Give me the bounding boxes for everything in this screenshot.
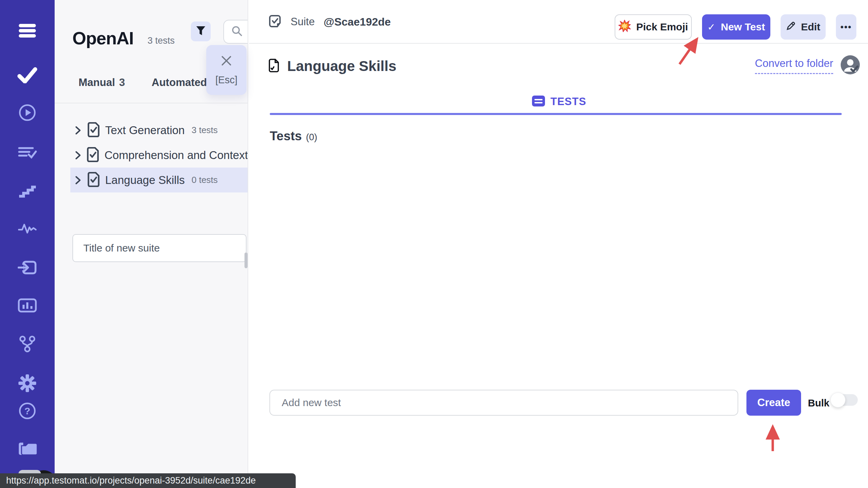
filter-button[interactable] [191, 21, 211, 41]
check-icon: ✓ [708, 21, 715, 33]
test-runs-icon[interactable] [18, 143, 37, 161]
suite-doc-icon [87, 172, 100, 188]
panel-scrollbar[interactable] [244, 253, 248, 268]
pick-emoji-button[interactable]: Pick Emoji [615, 14, 692, 40]
new-test-button[interactable]: ✓ New Test [702, 14, 770, 40]
pencil-icon [786, 21, 796, 33]
filter-icon [196, 26, 206, 37]
project-title: OpenAI [72, 28, 134, 48]
check-icon[interactable] [17, 67, 37, 83]
suite-doc-icon [87, 122, 100, 139]
chevron-right-icon[interactable] [74, 175, 82, 185]
suite-label: Suite [291, 16, 315, 28]
suite-count: 3 tests [190, 125, 218, 135]
tree-row-text-generation[interactable]: Text Generation 3 tests [55, 118, 248, 143]
new-suite-title-input[interactable] [72, 234, 247, 262]
report-icon[interactable] [18, 297, 37, 314]
browser-status-bar: https://app.testomat.io/projects/openai-… [0, 473, 296, 488]
suite-count: 0 tests [190, 175, 218, 185]
suite-detail: Suite @Scae192de Pick Emoji ✓ New Test E… [249, 0, 868, 488]
document-check-icon [269, 59, 279, 74]
tab-manual[interactable]: Manual 3 [79, 76, 125, 89]
tab-automated[interactable]: Automated [152, 76, 207, 89]
toggle-knob[interactable] [830, 392, 845, 407]
pick-emoji-label: Pick Emoji [636, 21, 688, 33]
pulse-icon[interactable] [18, 220, 37, 238]
tab-automated-label: Automated [152, 76, 207, 89]
search-input[interactable] [223, 20, 248, 44]
ellipsis-icon: ••• [840, 22, 852, 32]
panel-tabs: Manual 3 Automated [79, 76, 207, 89]
suite-header: Suite @Scae192de Pick Emoji ✓ New Test E… [249, 0, 868, 44]
edit-label: Edit [801, 21, 821, 33]
close-icon[interactable] [220, 55, 233, 68]
chevron-right-icon[interactable] [74, 150, 81, 160]
user-check-avatar-icon[interactable] [841, 55, 860, 76]
settings-icon[interactable] [18, 374, 37, 392]
tab-manual-count: 3 [119, 76, 125, 89]
suite-name: Text Generation [105, 124, 185, 137]
primary-sidebar: ? [0, 0, 55, 488]
branch-icon[interactable] [18, 335, 37, 353]
chevron-right-icon[interactable] [74, 125, 82, 135]
tree-row-comprehension[interactable]: Comprehension and Context [55, 143, 248, 168]
convert-to-folder-link[interactable]: Convert to folder [755, 57, 833, 74]
bulk-toggle[interactable] [832, 394, 858, 406]
tests-count-badge: (0) [306, 132, 317, 143]
create-label: Create [757, 397, 790, 409]
add-new-test-input[interactable] [269, 390, 738, 416]
suite-name: Language Skills [105, 174, 185, 187]
steps-icon[interactable] [18, 182, 37, 200]
tests-heading: Tests [270, 129, 302, 143]
suite-tree: Text Generation 3 tests Comprehension an… [55, 118, 248, 192]
edit-button[interactable]: Edit [781, 14, 826, 40]
create-button[interactable]: Create [746, 390, 801, 416]
page-title: Language Skills [287, 58, 396, 74]
bulk-label: Bulk [808, 398, 829, 409]
sign-in-icon[interactable] [18, 259, 37, 276]
tab-manual-label: Manual [79, 76, 115, 89]
new-test-label: New Test [721, 21, 765, 33]
more-actions-button[interactable]: ••• [836, 14, 856, 40]
status-url: https://app.testomat.io/projects/openai-… [6, 475, 256, 486]
suite-id: @Scae192de [324, 16, 391, 28]
card-icon [532, 96, 545, 108]
folder-icon[interactable] [17, 440, 37, 457]
boom-emoji-icon [618, 20, 631, 34]
menu-icon[interactable] [18, 23, 36, 39]
active-tab-underline [270, 113, 842, 115]
play-circle-icon[interactable] [18, 104, 36, 121]
suite-check-icon [268, 14, 282, 29]
filter-escape-popover: [Esc] [206, 45, 247, 95]
svg-text:?: ? [24, 406, 30, 416]
tree-row-language-skills[interactable]: Language Skills 0 tests [70, 168, 248, 192]
suite-name: Comprehension and Context [104, 149, 248, 162]
help-icon[interactable]: ? [18, 402, 36, 420]
tab-tests[interactable]: TESTS [532, 96, 586, 108]
tabs-divider [55, 103, 248, 103]
app-window: ? OpenAI 3 tests Manual 3 Automated [0, 0, 868, 488]
suite-doc-icon [87, 147, 99, 163]
tab-tests-label: TESTS [550, 96, 586, 108]
project-tests-count: 3 tests [148, 35, 175, 46]
search-icon [232, 26, 242, 38]
escape-hint-label: [Esc] [215, 74, 237, 86]
